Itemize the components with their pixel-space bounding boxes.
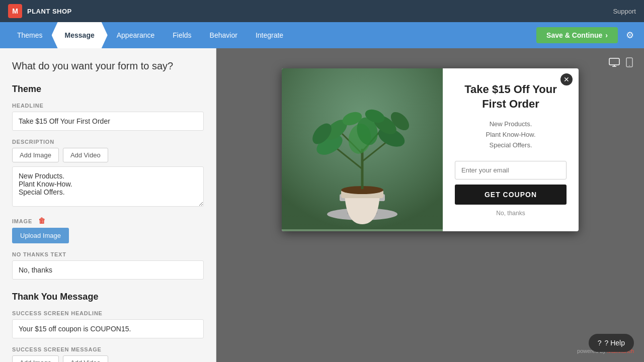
success-message-label: SUCCESS SCREEN MESSAGE: [12, 346, 204, 352]
topbar: M PLANT SHOP Support: [0, 0, 644, 22]
popup-no-thanks[interactable]: No, thanks: [496, 210, 525, 217]
tab-integrate[interactable]: Integrate: [247, 22, 292, 48]
popup-preview: ✕ Take $15 Off Your First Order New Prod…: [282, 68, 579, 231]
success-add-image-button[interactable]: Add Image: [12, 355, 59, 362]
success-add-video-button[interactable]: Add Video: [63, 355, 108, 362]
desktop-view-button[interactable]: [608, 56, 621, 71]
navbar: Themes Message Appearance Fields Behavio…: [0, 22, 644, 48]
save-continue-button[interactable]: Save & Continue ›: [536, 27, 618, 43]
popup-close-button[interactable]: ✕: [560, 73, 573, 85]
description-btn-group: Add Image Add Video: [12, 148, 204, 162]
svg-rect-0: [609, 58, 619, 65]
app-logo: M: [8, 4, 22, 18]
popup-content-side: ✕ Take $15 Off Your First Order New Prod…: [443, 68, 579, 231]
tab-appearance[interactable]: Appearance: [108, 22, 164, 48]
success-headline-input[interactable]: [12, 319, 204, 338]
support-link[interactable]: Support: [613, 8, 636, 15]
popup-email-input[interactable]: [455, 161, 567, 179]
device-buttons: [608, 56, 634, 71]
thank-you-title: Thank You Message: [12, 292, 204, 302]
tab-behavior[interactable]: Behavior: [201, 22, 247, 48]
nav-right: Save & Continue › ⚙: [536, 27, 636, 43]
no-thanks-label: NO THANKS TEXT: [12, 251, 204, 257]
topbar-left: M PLANT SHOP: [8, 4, 72, 18]
left-panel: What do you want your form to say? Theme…: [0, 48, 216, 362]
help-button[interactable]: ? ? Help: [589, 334, 634, 352]
tab-fields[interactable]: Fields: [164, 22, 200, 48]
popup-image-side: [282, 68, 443, 231]
theme-section-title: Theme: [12, 84, 204, 95]
popup-headline: Take $15 Off Your First Order: [455, 82, 567, 111]
upload-image-button[interactable]: Upload Image: [12, 228, 69, 243]
get-coupon-button[interactable]: GET COUPON: [455, 185, 567, 205]
page-question: What do you want your form to say?: [12, 60, 204, 72]
nav-tabs: Themes Message Appearance Fields Behavio…: [8, 22, 292, 48]
trash-icon[interactable]: 🗑: [38, 217, 46, 225]
no-thanks-input[interactable]: [12, 260, 204, 280]
description-label: DESCRIPTION: [12, 139, 204, 145]
success-btn-group: Add Image Add Video: [12, 355, 204, 362]
headline-input[interactable]: [12, 112, 204, 131]
headline-label: HEADLINE: [12, 103, 204, 109]
svg-point-4: [629, 65, 630, 66]
settings-button[interactable]: ⚙: [624, 28, 636, 43]
description-textarea[interactable]: New Products. Plant Know-How. Special Of…: [12, 166, 204, 207]
tab-message[interactable]: Message: [52, 22, 108, 48]
mobile-view-button[interactable]: [625, 56, 634, 71]
popup-description: New Products.Plant Know-How.Special Offe…: [486, 119, 536, 150]
app-name: PLANT SHOP: [27, 8, 72, 15]
add-video-button[interactable]: Add Video: [63, 148, 108, 162]
right-panel: ✕ Take $15 Off Your First Order New Prod…: [216, 48, 644, 362]
add-image-button[interactable]: Add Image: [12, 148, 59, 162]
tab-themes[interactable]: Themes: [8, 22, 52, 48]
thank-you-section: Thank You Message SUCCESS SCREEN HEADLIN…: [12, 292, 204, 362]
success-headline-label: SUCCESS SCREEN HEADLINE: [12, 310, 204, 316]
main-layout: What do you want your form to say? Theme…: [0, 48, 644, 362]
image-section-label: IMAGE 🗑: [12, 217, 204, 225]
